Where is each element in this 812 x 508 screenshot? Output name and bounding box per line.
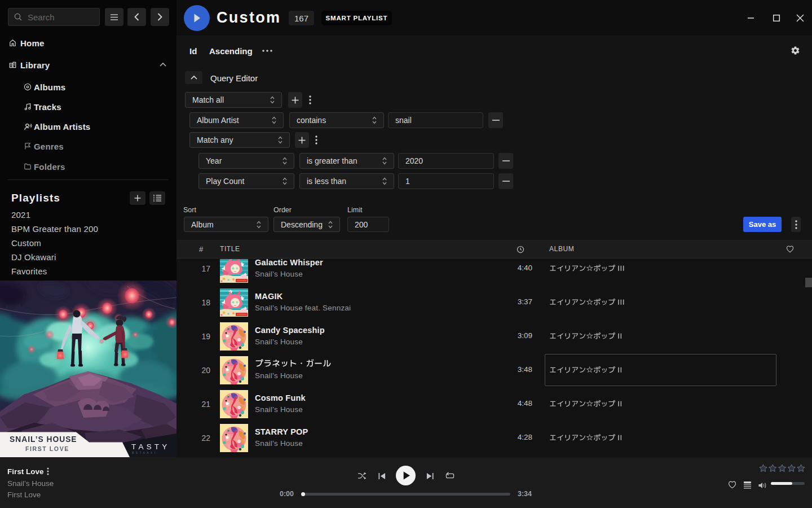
svg-text:TASTY: TASTY: [131, 443, 170, 451]
svg-text:SNAIL’S HOUSE: SNAIL’S HOUSE: [10, 435, 77, 444]
svg-text:BSTAAXI: BSTAAXI: [132, 451, 157, 454]
svg-text:FIRST LOVE: FIRST LOVE: [25, 445, 69, 452]
